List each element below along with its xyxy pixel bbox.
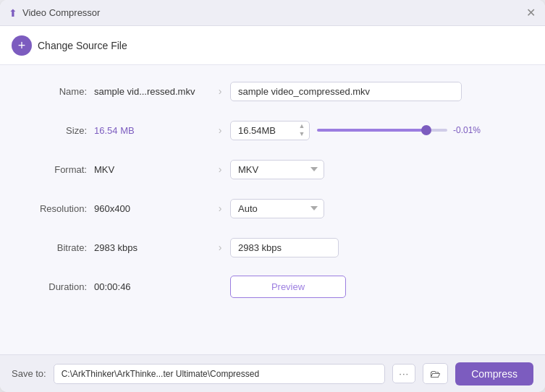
name-arrow-icon: › (210, 85, 230, 97)
format-select[interactable]: MKV MP4 AVI MOV (230, 160, 324, 179)
browse-dots-button[interactable]: ··· (392, 364, 415, 383)
duration-control-area: Preview (230, 276, 516, 298)
size-down-button[interactable]: ▼ (297, 131, 307, 138)
format-label: Format: (29, 164, 94, 175)
resolution-control-area: Auto 1920x1080 1280x720 960x400 (230, 199, 516, 218)
compress-button[interactable]: Compress (455, 362, 533, 385)
title-bar: ⬆ Video Compressor ✕ (0, 0, 545, 26)
size-slider[interactable] (317, 129, 447, 132)
format-arrow-icon: › (210, 163, 230, 175)
size-original: 16.54 MB (94, 125, 210, 136)
bitrate-control-area (230, 238, 516, 257)
change-source-button[interactable]: + Change Source File (12, 35, 127, 56)
duration-label: Duration: (29, 281, 94, 292)
duration-row: Duration: 00:00:46 Preview (29, 273, 516, 299)
app-icon: ⬆ (9, 7, 17, 19)
size-label: Size: (29, 125, 94, 136)
content-area: Name: sample vid...ressed.mkv › Size: 16… (0, 65, 545, 354)
name-control-area (230, 82, 516, 101)
size-arrow-icon: › (210, 124, 230, 136)
resolution-row: Resolution: 960x400 › Auto 1920x1080 128… (29, 195, 516, 221)
add-icon: + (12, 35, 32, 56)
bitrate-original: 2983 kbps (94, 242, 210, 253)
name-original: sample vid...ressed.mkv (94, 86, 210, 97)
size-up-button[interactable]: ▲ (297, 123, 307, 130)
size-input-wrap: ▲ ▼ (230, 121, 310, 140)
title-bar-left: ⬆ Video Compressor (9, 7, 100, 19)
resolution-original: 960x400 (94, 203, 210, 214)
save-path-input[interactable] (54, 364, 386, 384)
duration-value: 00:00:46 (94, 281, 210, 292)
toolbar: + Change Source File (0, 26, 545, 65)
window-title: Video Compressor (22, 7, 100, 18)
name-output-input[interactable] (230, 82, 462, 101)
bitrate-row: Bitrate: 2983 kbps › (29, 234, 516, 260)
bitrate-label: Bitrate: (29, 242, 94, 253)
close-button[interactable]: ✕ (525, 7, 536, 19)
change-source-label: Change Source File (38, 40, 127, 51)
footer-bar: Save to: ··· 🗁 Compress (0, 354, 545, 392)
name-label: Name: (29, 86, 94, 97)
open-folder-button[interactable]: 🗁 (423, 363, 448, 384)
resolution-arrow-icon: › (210, 203, 230, 214)
slider-wrap: -0.01% (317, 125, 516, 135)
bitrate-output-input[interactable] (230, 238, 339, 257)
size-control-area: ▲ ▼ -0.01% (230, 121, 516, 140)
folder-icon: 🗁 (430, 367, 441, 380)
format-control-area: MKV MP4 AVI MOV (230, 160, 516, 179)
name-row: Name: sample vid...ressed.mkv › (29, 78, 516, 104)
resolution-select[interactable]: Auto 1920x1080 1280x720 960x400 (230, 199, 324, 218)
format-original: MKV (94, 164, 210, 175)
save-to-label: Save to: (12, 368, 46, 379)
size-percentage: -0.01% (453, 125, 486, 135)
size-spinners: ▲ ▼ (297, 123, 307, 138)
bitrate-arrow-icon: › (210, 242, 230, 253)
preview-button[interactable]: Preview (230, 276, 346, 298)
app-window: ⬆ Video Compressor ✕ + Change Source Fil… (0, 0, 545, 392)
format-row: Format: MKV › MKV MP4 AVI MOV (29, 156, 516, 182)
resolution-label: Resolution: (29, 203, 94, 214)
size-row: Size: 16.54 MB › ▲ ▼ -0.01% (29, 117, 516, 143)
